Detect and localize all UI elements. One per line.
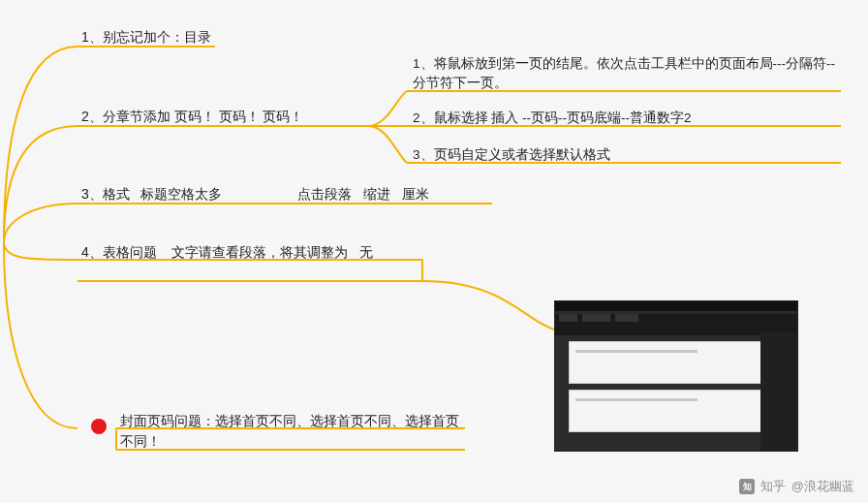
watermark-author: @浪花幽蓝 bbox=[791, 478, 854, 495]
node-3-title-spacing: 3、格式 标题空格太多 点击段落 缩进 厘米 bbox=[81, 184, 429, 204]
watermark: 知 知乎 @浪花幽蓝 bbox=[739, 478, 854, 495]
node-2a-section-break: 1、将鼠标放到第一页的结尾。依次点击工具栏中的页面布局---分隔符--分节符下一… bbox=[413, 54, 839, 94]
node-5-cover-page-number: 封面页码问题：选择首页不同、选择首页不同、选择首页不同！ bbox=[120, 411, 469, 452]
zhihu-icon: 知 bbox=[739, 479, 755, 494]
node-1-toc: 1、别忘记加个：目录 bbox=[81, 27, 211, 47]
watermark-platform: 知乎 bbox=[760, 478, 786, 495]
svg-text:知: 知 bbox=[741, 482, 751, 491]
node-2c-page-number-format: 3、页码自定义或者选择默认格式 bbox=[413, 145, 839, 165]
bullet-dot-icon bbox=[91, 419, 107, 434]
node-2b-insert-page-number: 2、鼠标选择 插入 --页码--页码底端--普通数字2 bbox=[413, 109, 839, 128]
node-2-page-numbers: 2、分章节添加 页码！ 页码！ 页码！ bbox=[81, 107, 303, 127]
node-4-table-issue: 4、表格问题 文字请查看段落，将其调整为 无 bbox=[81, 242, 430, 263]
screenshot-thumbnail bbox=[554, 300, 798, 452]
